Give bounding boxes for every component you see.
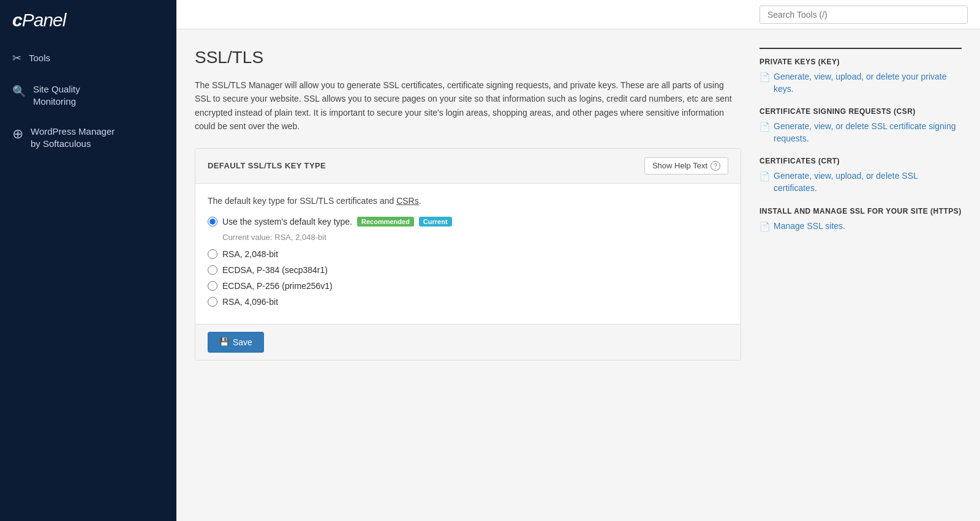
option-ecdsa-p256-label: ECDSA, P-256 (prime256v1) (222, 281, 333, 291)
card-footer: 💾 Save (195, 324, 741, 360)
csrs-abbr: CSRs (396, 196, 419, 206)
sidebar-item-site-quality-label: Site QualityMonitoring (33, 83, 80, 107)
option-rsa-2048-label: RSA, 2,048-bit (222, 249, 278, 259)
file-icon-install-ssl: 📄 (760, 221, 770, 233)
sidebar-item-wordpress-label: WordPress Managerby Softaculous (31, 126, 115, 149)
save-label: Save (233, 337, 252, 347)
card-header-title: DEFAULT SSL/TLS KEY TYPE (208, 161, 326, 170)
sidebar-item-tools[interactable]: ✂ Tools (0, 43, 176, 73)
option-system-default-label: Use the system's default key type. (222, 217, 352, 227)
radio-ecdsa-p256[interactable] (208, 281, 217, 291)
page-title: SSL/TLS (195, 48, 741, 67)
private-keys-title: PRIVATE KEYS (KEY) (760, 58, 962, 66)
right-section-private-keys: PRIVATE KEYS (KEY) 📄 Generate, view, upl… (760, 58, 962, 95)
sidebar-item-site-quality[interactable]: 🔍 Site QualityMonitoring (0, 73, 176, 117)
help-circle-icon: ? (710, 161, 720, 171)
save-icon: 💾 (219, 337, 229, 347)
certificates-link[interactable]: 📄 Generate, view, upload, or delete SSL … (760, 170, 962, 194)
file-icon-certificates: 📄 (760, 171, 770, 183)
badge-current: Current (419, 217, 452, 227)
show-help-label: Show Help Text (652, 161, 707, 170)
ssl-key-type-card: DEFAULT SSL/TLS KEY TYPE Show Help Text … (195, 148, 741, 361)
option-ecdsa-p384[interactable]: ECDSA, P-384 (secp384r1) (208, 265, 728, 275)
page-description: The SSL/TLS Manager will allow you to ge… (195, 78, 741, 133)
private-keys-link-text: Generate, view, upload, or delete your p… (774, 71, 962, 95)
current-value-text: Current value: RSA, 2,048-bit (222, 233, 728, 242)
card-description: The default key type for SSL/TLS certifi… (208, 196, 728, 206)
csr-link[interactable]: 📄 Generate, view, or delete SSL certific… (760, 121, 962, 144)
right-sidebar: PRIVATE KEYS (KEY) 📄 Generate, view, upl… (760, 48, 962, 503)
option-system-default[interactable]: Use the system's default key type. Recom… (208, 217, 728, 227)
option-rsa-4096[interactable]: RSA, 4,096-bit (208, 297, 728, 307)
main-content: SSL/TLS The SSL/TLS Manager will allow y… (176, 0, 980, 521)
main-panel: SSL/TLS The SSL/TLS Manager will allow y… (195, 48, 741, 503)
tools-icon: ✂ (12, 51, 21, 65)
site-quality-icon: 🔍 (12, 84, 26, 98)
csr-title: CERTIFICATE SIGNING REQUESTS (CSR) (760, 107, 962, 116)
certificates-link-text: Generate, view, upload, or delete SSL ce… (774, 170, 962, 194)
csr-link-text: Generate, view, or delete SSL certificat… (774, 121, 962, 144)
search-input[interactable] (760, 6, 968, 24)
cpanel-logo: cPanel (0, 0, 176, 43)
private-keys-link[interactable]: 📄 Generate, view, upload, or delete your… (760, 71, 962, 95)
card-header: DEFAULT SSL/TLS KEY TYPE Show Help Text … (195, 149, 741, 184)
right-section-certificates: CERTIFICATES (CRT) 📄 Generate, view, upl… (760, 157, 962, 194)
show-help-button[interactable]: Show Help Text ? (644, 157, 728, 174)
save-button[interactable]: 💾 Save (208, 332, 264, 353)
file-icon-csr: 📄 (760, 121, 770, 133)
cpanel-logo-text: cPanel (12, 10, 66, 31)
file-icon-private-keys: 📄 (760, 72, 770, 84)
sidebar-item-wordpress[interactable]: ⊕ WordPress Managerby Softaculous (0, 117, 176, 158)
install-ssl-title: INSTALL AND MANAGE SSL FOR YOUR SITE (HT… (760, 207, 962, 216)
wordpress-icon: ⊕ (12, 126, 23, 142)
radio-system-default[interactable] (208, 217, 217, 227)
option-ecdsa-p256[interactable]: ECDSA, P-256 (prime256v1) (208, 281, 728, 291)
sidebar-divider (760, 48, 962, 49)
radio-rsa-2048[interactable] (208, 249, 217, 259)
certificates-title: CERTIFICATES (CRT) (760, 157, 962, 165)
radio-ecdsa-p384[interactable] (208, 265, 217, 275)
badge-recommended: Recommended (357, 217, 414, 227)
install-ssl-link-text: Manage SSL sites. (774, 220, 845, 233)
sidebar: cPanel ✂ Tools 🔍 Site QualityMonitoring … (0, 0, 176, 521)
option-rsa-4096-label: RSA, 4,096-bit (222, 297, 278, 307)
content-area: SSL/TLS The SSL/TLS Manager will allow y… (176, 29, 980, 521)
card-body: The default key type for SSL/TLS certifi… (195, 184, 741, 324)
header (176, 0, 980, 29)
option-rsa-2048[interactable]: RSA, 2,048-bit (208, 249, 728, 259)
right-section-install-ssl: INSTALL AND MANAGE SSL FOR YOUR SITE (HT… (760, 207, 962, 233)
radio-rsa-4096[interactable] (208, 297, 217, 307)
option-ecdsa-p384-label: ECDSA, P-384 (secp384r1) (222, 265, 328, 275)
right-section-csr: CERTIFICATE SIGNING REQUESTS (CSR) 📄 Gen… (760, 107, 962, 144)
install-ssl-link[interactable]: 📄 Manage SSL sites. (760, 220, 962, 233)
sidebar-item-tools-label: Tools (29, 52, 50, 64)
